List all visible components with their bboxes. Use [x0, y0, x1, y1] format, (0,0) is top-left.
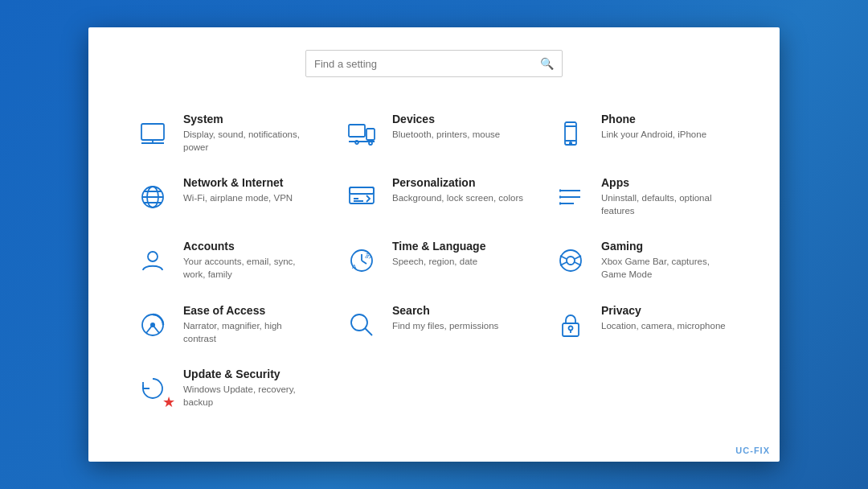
setting-item-search[interactable]: SearchFind my files, permissions	[330, 293, 538, 356]
accounts-icon	[133, 241, 172, 280]
privacy-icon	[551, 306, 590, 344]
search-title: Search	[392, 304, 498, 317]
search-icon	[342, 306, 381, 344]
search-input[interactable]	[314, 58, 537, 70]
setting-item-accounts[interactable]: AccountsYour accounts, email, sync, work…	[121, 228, 330, 292]
apps-title: Apps	[601, 176, 735, 189]
system-title: System	[183, 113, 317, 125]
svg-point-13	[570, 142, 571, 144]
settings-grid: SystemDisplay, sound, notifications, pow…	[121, 101, 747, 420]
accounts-desc: Your accounts, email, sync, work, family	[183, 255, 317, 281]
svg-line-44	[365, 328, 372, 335]
apps-desc: Uninstall, defaults, optional features	[601, 191, 735, 217]
watermark-text: UC-FIX	[735, 446, 770, 455]
gaming-title: Gaming	[601, 240, 735, 253]
svg-rect-0	[141, 124, 164, 140]
setting-item-devices[interactable]: DevicesBluetooth, printers, mouse	[330, 101, 538, 165]
svg-point-46	[569, 326, 573, 330]
personalization-title: Personalization	[392, 176, 523, 189]
svg-text:A: A	[352, 263, 357, 270]
time-icon: A あ	[342, 241, 381, 280]
network-title: Network & Internet	[183, 176, 293, 189]
svg-text:あ: あ	[365, 252, 371, 259]
svg-rect-20	[350, 187, 374, 194]
svg-point-35	[560, 250, 581, 271]
setting-item-system[interactable]: SystemDisplay, sound, notifications, pow…	[121, 101, 330, 165]
update-desc: Windows Update, recovery, backup	[183, 383, 317, 409]
setting-item-privacy[interactable]: PrivacyLocation, camera, microphone	[538, 293, 747, 356]
accounts-title: Accounts	[183, 240, 317, 253]
network-icon	[133, 178, 172, 216]
time-desc: Speech, region, date	[392, 255, 485, 268]
gaming-desc: Xbox Game Bar, captures, Game Mode	[601, 255, 735, 281]
search-desc: Find my files, permissions	[392, 319, 498, 332]
svg-line-32	[362, 261, 366, 264]
setting-item-apps[interactable]: AppsUninstall, defaults, optional featur…	[538, 165, 747, 228]
ease-icon	[133, 306, 172, 344]
phone-desc: Link your Android, iPhone	[601, 128, 706, 141]
devices-title: Devices	[392, 113, 500, 125]
setting-item-time[interactable]: A あ Time & LanguageSpeech, region, date	[330, 228, 538, 292]
settings-window: 🔍 SystemDisplay, sound, notifications, p…	[88, 27, 780, 462]
svg-point-29	[148, 252, 158, 261]
setting-item-ease[interactable]: Ease of AccessNarrator, magnifier, high …	[121, 293, 330, 356]
network-desc: Wi-Fi, airplane mode, VPN	[183, 191, 293, 204]
update-icon: ★	[133, 369, 172, 408]
privacy-title: Privacy	[601, 304, 726, 317]
svg-point-36	[567, 257, 575, 265]
privacy-desc: Location, camera, microphone	[601, 319, 726, 332]
system-desc: Display, sound, notifications, power	[183, 128, 317, 154]
svg-rect-4	[349, 125, 365, 137]
setting-item-phone[interactable]: PhoneLink your Android, iPhone	[538, 101, 747, 165]
svg-rect-5	[366, 129, 375, 140]
phone-icon	[551, 114, 590, 153]
ease-title: Ease of Access	[183, 304, 317, 317]
time-title: Time & Language	[392, 240, 485, 253]
setting-item-network[interactable]: Network & InternetWi-Fi, airplane mode, …	[121, 165, 330, 228]
personalization-icon	[342, 178, 381, 216]
svg-point-7	[369, 142, 372, 145]
search-bar[interactable]: 🔍	[305, 50, 563, 77]
phone-title: Phone	[601, 113, 706, 125]
devices-icon	[342, 114, 381, 153]
gaming-icon	[551, 241, 590, 280]
setting-item-personalization[interactable]: PersonalizationBackground, lock screen, …	[330, 165, 538, 228]
setting-item-update[interactable]: ★Update & SecurityWindows Update, recove…	[121, 356, 330, 420]
system-icon	[133, 114, 172, 153]
search-icon: 🔍	[540, 57, 554, 70]
ease-desc: Narrator, magnifier, high contrast	[183, 319, 317, 345]
setting-item-gaming[interactable]: GamingXbox Game Bar, captures, Game Mode	[538, 228, 747, 292]
update-title: Update & Security	[183, 368, 317, 380]
devices-desc: Bluetooth, printers, mouse	[392, 128, 500, 141]
apps-icon	[551, 178, 590, 216]
personalization-desc: Background, lock screen, colors	[392, 191, 523, 204]
